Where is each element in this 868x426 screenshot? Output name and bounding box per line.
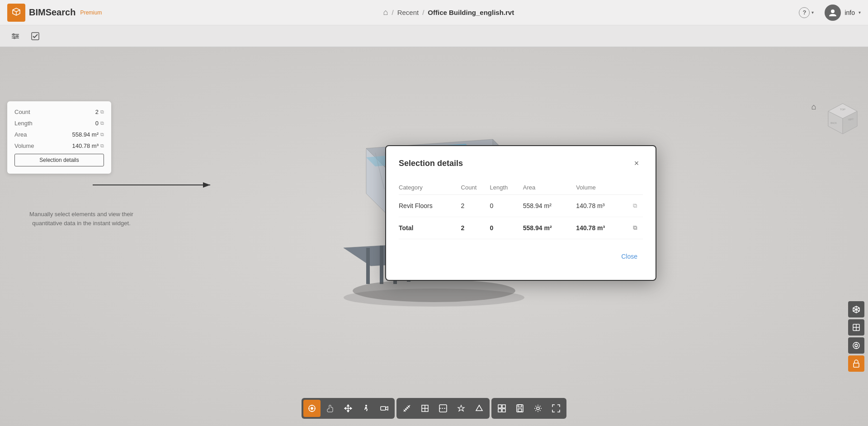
- svg-rect-80: [498, 409, 501, 412]
- area-copy-icon[interactable]: ⧉: [100, 132, 104, 137]
- svg-point-0: [831, 9, 835, 13]
- section-box-btn[interactable]: [416, 400, 434, 417]
- modal-header: Selection details ×: [399, 157, 643, 170]
- move-tool-btn[interactable]: [340, 400, 357, 417]
- selection-details-modal: Selection details × Category Count Lengt…: [385, 145, 656, 281]
- header-right: ? ▾ info ▾: [795, 5, 861, 21]
- table-row: Revit Floors 2 0 558.94 m² 140.78 m³ ⧉: [399, 195, 643, 217]
- volume-value: 140.78 m³ ⧉: [72, 142, 104, 149]
- length-label: Length: [14, 120, 42, 127]
- logo-area: BIMSearch Premium: [7, 4, 102, 22]
- xray-view-button[interactable]: [848, 337, 864, 354]
- explode-tool-btn[interactable]: [453, 400, 470, 417]
- walk-tool-btn[interactable]: [358, 400, 375, 417]
- svg-point-85: [537, 407, 539, 410]
- shape-tool-btn[interactable]: [471, 400, 488, 417]
- svg-point-48: [853, 342, 859, 349]
- modal-close-button[interactable]: ×: [630, 157, 643, 170]
- camera-tool-btn[interactable]: [376, 400, 393, 417]
- svg-rect-79: [502, 405, 505, 408]
- svg-rect-78: [498, 405, 501, 408]
- main-toolbar: [0, 25, 868, 47]
- modal-close-text-button[interactable]: Close: [616, 250, 643, 263]
- total-label: Total: [399, 217, 461, 239]
- fullscreen-btn[interactable]: [547, 400, 565, 417]
- 3d-view-button[interactable]: [848, 301, 864, 317]
- breadcrumb-recent[interactable]: Recent: [397, 9, 419, 16]
- instant-widget: Count 2 ⧉ Length 0 ⧉ Area 558.94 m² ⧉ Vo…: [7, 101, 111, 174]
- breadcrumb-home-icon[interactable]: ⌂: [383, 8, 388, 17]
- checklist-btn[interactable]: [27, 28, 43, 44]
- total-copy-button[interactable]: ⧉: [629, 222, 640, 233]
- selection-details-table: Category Count Length Area Volume Revit …: [399, 180, 643, 239]
- total-copy: ⧉: [629, 217, 643, 239]
- modal-footer: Close: [399, 250, 643, 263]
- filter-btn[interactable]: [7, 28, 24, 44]
- volume-row: Volume 140.78 m³ ⧉: [14, 142, 104, 149]
- svg-rect-51: [854, 363, 859, 367]
- settings-btn[interactable]: [529, 400, 547, 417]
- svg-rect-81: [502, 409, 505, 412]
- logo-icon: [7, 4, 25, 22]
- user-name: info: [844, 9, 855, 16]
- bottom-toolbar: [302, 398, 566, 419]
- row-copy-button[interactable]: ⧉: [629, 200, 640, 211]
- avatar: [825, 5, 841, 21]
- pan-tool-btn[interactable]: [321, 400, 339, 417]
- length-value: 0 ⧉: [95, 120, 104, 127]
- modal-title: Selection details: [399, 159, 463, 168]
- svg-rect-83: [518, 405, 522, 407]
- svg-rect-16: [366, 248, 370, 284]
- measure-tools: [396, 398, 490, 419]
- lock-view-button[interactable]: [848, 355, 864, 372]
- svg-rect-84: [518, 409, 522, 412]
- col-header-area: Area: [523, 180, 576, 195]
- help-button[interactable]: ? ▾: [795, 5, 817, 20]
- selection-details-button[interactable]: Selection details: [14, 154, 104, 166]
- total-count: 2: [461, 217, 490, 239]
- svg-marker-60: [347, 405, 349, 406]
- utility-tools: [491, 398, 566, 419]
- total-area: 558.94 m²: [523, 217, 576, 239]
- count-copy-icon[interactable]: ⧉: [100, 109, 104, 115]
- header: BIMSearch Premium ⌂ / Recent / Office Bu…: [0, 0, 868, 25]
- svg-text:LEFT: LEFT: [848, 118, 854, 121]
- volume-label: Volume: [14, 142, 42, 149]
- svg-point-5: [17, 35, 18, 37]
- select-tool-btn[interactable]: [303, 400, 321, 417]
- user-menu[interactable]: info ▾: [825, 5, 861, 21]
- svg-rect-65: [381, 407, 386, 410]
- save-view-btn[interactable]: [511, 400, 528, 417]
- count-value: 2 ⧉: [95, 109, 104, 115]
- row-area: 558.94 m²: [523, 195, 576, 217]
- navigation-cube[interactable]: TOP BACK LEFT: [825, 101, 861, 137]
- svg-marker-66: [386, 407, 388, 410]
- 2d-view-button[interactable]: [848, 319, 864, 336]
- viewport-home-button[interactable]: ⌂: [807, 99, 821, 114]
- count-row: Count 2 ⧉: [14, 109, 104, 115]
- total-length: 0: [490, 217, 523, 239]
- slice-tool-btn[interactable]: [434, 400, 452, 417]
- length-copy-icon[interactable]: ⧉: [100, 120, 104, 126]
- volume-copy-icon[interactable]: ⧉: [100, 143, 104, 149]
- breadcrumb: ⌂ / Recent / Office Building_english.rvt: [102, 8, 795, 17]
- col-header-volume: Volume: [576, 180, 629, 195]
- length-row: Length 0 ⧉: [14, 120, 104, 127]
- right-tools-panel: [848, 301, 864, 372]
- col-header-category: Category: [399, 180, 461, 195]
- row-category: Revit Floors: [399, 195, 461, 217]
- row-count: 2: [461, 195, 490, 217]
- app-plan: Premium: [80, 9, 102, 16]
- measure-tool-btn[interactable]: [398, 400, 415, 417]
- help-chevron: ▾: [811, 10, 814, 15]
- home-3d-icon: ⌂: [811, 102, 816, 112]
- breadcrumb-file: Office Building_english.rvt: [428, 9, 514, 16]
- total-volume: 140.78 m³: [576, 217, 629, 239]
- tree-tool-btn[interactable]: [493, 400, 510, 417]
- col-header-length: Length: [490, 180, 523, 195]
- svg-rect-82: [517, 405, 523, 412]
- svg-point-27: [344, 289, 524, 307]
- count-label: Count: [14, 109, 42, 115]
- row-length: 0: [490, 195, 523, 217]
- table-header-row: Category Count Length Area Volume: [399, 180, 643, 195]
